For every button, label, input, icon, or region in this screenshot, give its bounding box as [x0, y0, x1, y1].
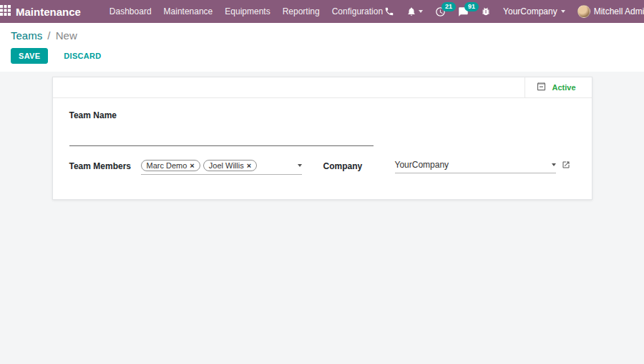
archive-box-icon	[536, 81, 547, 95]
systray: 21 91 YourCompany Mitchell Admin (ep-odo…	[384, 5, 644, 18]
chevron-down-icon	[419, 10, 423, 13]
company-input[interactable]: YourCompany	[395, 160, 556, 173]
active-stat-label: Active	[552, 83, 576, 92]
form-button-box: Active	[53, 77, 592, 98]
open-record-button[interactable]	[562, 160, 570, 169]
remove-tag-icon[interactable]: ×	[247, 162, 251, 170]
apps-menu-button[interactable]	[0, 0, 11, 23]
team-members-label: Team Members	[69, 160, 141, 171]
form-fields-row: Team Members Marc Demo × Joel Willis ×	[69, 160, 575, 175]
member-tag: Marc Demo ×	[141, 160, 200, 171]
team-name-input[interactable]	[69, 125, 374, 146]
company-value[interactable]: YourCompany	[395, 160, 552, 170]
team-name-label: Team Name	[69, 110, 575, 120]
dropdown-caret-icon[interactable]	[298, 164, 302, 167]
avatar	[577, 5, 590, 18]
menu-item-maintenance[interactable]: Maintenance	[162, 5, 215, 18]
bug-icon	[481, 6, 491, 16]
app-title[interactable]: Maintenance	[16, 6, 81, 18]
messages-count-badge: 91	[464, 2, 479, 11]
menu-item-equipments[interactable]: Equipments	[223, 5, 271, 18]
remove-tag-icon[interactable]: ×	[190, 162, 194, 170]
activities-count-badge: 21	[441, 2, 456, 11]
bell-icon	[406, 6, 416, 16]
member-tag: Joel Willis ×	[203, 160, 257, 171]
user-name: Mitchell Admin (ep-odoo)	[594, 6, 644, 16]
main-menu: Dashboard Maintenance Equipments Reporti…	[108, 5, 384, 18]
breadcrumb: Teams / New	[11, 29, 633, 42]
apps-grid-icon	[0, 5, 11, 18]
debug-button[interactable]	[481, 6, 491, 16]
member-tag-label: Marc Demo	[147, 161, 187, 170]
top-navbar: Maintenance Dashboard Maintenance Equipm…	[0, 0, 644, 23]
menu-item-configuration[interactable]: Configuration	[331, 5, 384, 18]
save-button[interactable]: SAVE	[11, 48, 48, 64]
menu-item-reporting[interactable]: Reporting	[281, 5, 321, 18]
member-tag-label: Joel Willis	[209, 161, 244, 170]
form-sheet: Team Name Team Members Marc Demo × Joel …	[53, 98, 592, 199]
menu-item-dashboard[interactable]: Dashboard	[108, 5, 153, 18]
content-area: Active Team Name Team Members Marc Demo …	[0, 72, 644, 364]
messages-button[interactable]: 91	[458, 6, 469, 17]
company-field-group: Company YourCompany	[323, 160, 570, 173]
breadcrumb-current: New	[56, 29, 77, 42]
discard-button[interactable]: DISCARD	[58, 49, 107, 63]
team-members-tags: Marc Demo × Joel Willis ×	[141, 160, 298, 171]
phone-button[interactable]	[384, 6, 394, 16]
team-form-card: Active Team Name Team Members Marc Demo …	[52, 77, 592, 200]
company-name: YourCompany	[503, 6, 557, 16]
phone-icon	[384, 6, 394, 16]
dropdown-caret-icon[interactable]	[552, 163, 556, 166]
user-menu[interactable]: Mitchell Admin (ep-odoo)	[577, 5, 644, 18]
activities-button[interactable]: 21	[435, 6, 446, 17]
control-panel-buttons: SAVE DISCARD	[11, 48, 633, 64]
breadcrumb-separator: /	[47, 29, 50, 42]
company-switcher[interactable]: YourCompany	[503, 6, 565, 16]
company-label: Company	[323, 160, 395, 171]
team-members-input[interactable]: Marc Demo × Joel Willis ×	[141, 160, 302, 175]
control-panel: Teams / New SAVE DISCARD	[0, 23, 644, 72]
team-members-field-group: Team Members Marc Demo × Joel Willis ×	[69, 160, 302, 175]
notifications-button[interactable]	[406, 6, 423, 16]
breadcrumb-teams-link[interactable]: Teams	[11, 29, 42, 42]
active-archive-button[interactable]: Active	[525, 77, 592, 97]
external-link-icon	[562, 161, 570, 169]
chevron-down-icon	[561, 10, 565, 13]
